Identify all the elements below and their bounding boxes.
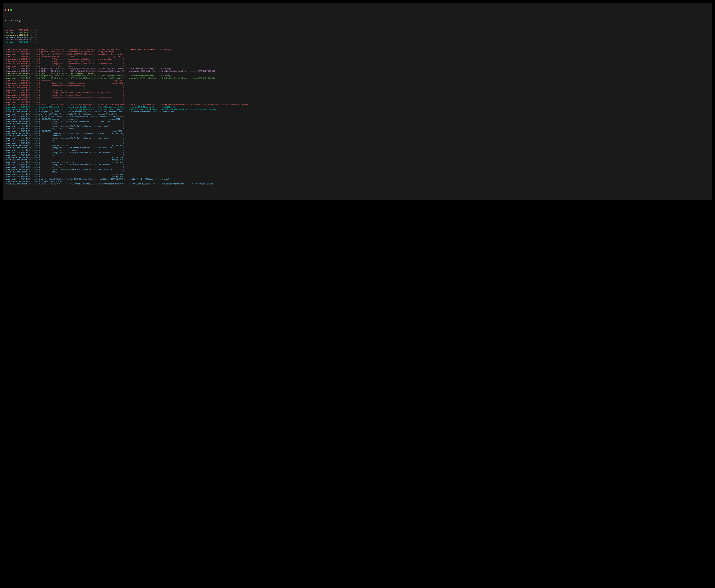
pod-name: shot-wayl-one-5f69fbc7bf-654qsB: [5, 34, 710, 36]
log-line: [Bshot-wayl-one-5f69fbc7bf-86mg5]B app.p…: [5, 159, 710, 161]
log-line: [Bshot-wayl-one-5f69fbc7bf-86mg5]B '/tmp…: [5, 168, 710, 171]
log-line: [Bshot-wayl-one-5f69fbc7bf-gd67b]B faile…: [5, 53, 710, 56]
log-line: [Bshot-wayl-one-5f69fbc7bf-gd67b]B Error…: [5, 82, 710, 84]
pod-name: shot-wayl-one-5f69fbc7bf-7nnpzB: [5, 41, 710, 43]
log-line: [Bshot-wayl-one-5f69fbc7bf-klqvd]B heigh…: [5, 75, 710, 77]
log-line: [Bshot-wayl-one-5f69fbc7bf-65bdl]B INFO:…: [5, 70, 710, 72]
log-line: [Bshot-wayl-one-5f69fbc7bf-gd67b]B '/tmp…: [5, 63, 710, 65]
log-line: [Bshot-wayl-one-5f69fbc7bf-gd67b]B == B: [5, 99, 710, 101]
log-line: [Bshot-wayl-one-5f69fbc7bf-gd67b]B B: [5, 101, 710, 104]
log-line: [Bshot-wayl-one-5f69fbc7bf-gd67b]B [00:5…: [5, 56, 710, 58]
window-controls: [5, 9, 710, 11]
log-line: [Bshot-wayl-one-5f69fbc7bf-gd67b]B 'http…: [5, 58, 710, 60]
log-line: [Bshot-wayl-one-5f69fbc7bf-86mg5]B Scree…: [5, 132, 710, 135]
log-line: [Bshot-wayl-one-5f69fbc7bf-86mg5]B '1200…: [5, 123, 710, 125]
log-line: [Bshot-wayl-one-5f69fbc7bf-86mg5]B [00:5…: [5, 130, 710, 132]
header-line: Will tail 6 logs...: [5, 19, 710, 22]
log-line: [Bshot-wayl-one-5f69fbc7bf-86mg5]B strea…: [5, 180, 710, 183]
log-line: [Bshot-wayl-one-5f69fbc7bf-86mg5]B putti…: [5, 178, 710, 181]
log-line: [Bshot-wayl-one-5f69fbc7bf-86mg5]B ng', …: [5, 149, 710, 152]
log-line: [Bshot-wayl-one-5f69fbc7bf-86mg5]B '/tmp…: [5, 125, 710, 128]
log-line: [Bshot-wayl-one-5f69fbc7bf-86mg5]B '/tmp…: [5, 147, 710, 149]
log-line: [Bshot-wayl-one-5f69fbc7bf-86mg5]B B: [5, 142, 710, 144]
log-line: [Bshot-wayl-one-5f69fbc7bf-86mg5]B '/tmp…: [5, 137, 710, 140]
log-line: [Bshot-wayl-one-5f69fbc7bf-86mg5]B runni…: [5, 144, 710, 147]
log-line: [Bshot-wayl-one-5f69fbc7bf-gd67b]B r.asp…: [5, 94, 710, 97]
log-line: [Bshot-wayl-one-5f69fbc7bf-gd67b]B getti…: [5, 50, 710, 53]
log-line: [Bshot-wayl-one-5f69fbc7bf-86mg5]B ng', …: [5, 166, 710, 168]
close-icon[interactable]: [5, 9, 6, 11]
log-line: [Bshot-wayl-one-5f69fbc7bf-gd67b]B "http…: [5, 91, 710, 94]
log-line: [Bshot-wayl-one-5f69fbc7bf-86mg5]B 'http…: [5, 120, 710, 123]
minimize-icon[interactable]: [7, 9, 9, 11]
log-line: [Bshot-wayl-one-5f69fbc7bf-86mg5]B [00:5…: [5, 118, 710, 120]
log-line: [Bshot-wayl-one-5f69fbc7bf-86mg5]B app.p…: [5, 175, 710, 178]
log-line: [Bshot-wayl-one-5f69fbc7bf-86mg5]B ng' B: [5, 140, 710, 142]
interrupt-line: ^C: [5, 192, 710, 195]
zoom-icon[interactable]: [10, 9, 12, 11]
log-line: [Bshot-wayl-one-5f69fbc7bf-7nnpz]B INFO:…: [5, 108, 710, 111]
pod-name: shot-wayl-one-5f69fbc7bf-86mg5B: [5, 36, 710, 39]
terminal-window[interactable]: Will tail 6 logs... shot-wayl-one-5f69fb…: [3, 3, 712, 200]
log-line: [Bshot-wayl-one-5f69fbc7bf-86mg5]B getti…: [5, 113, 710, 115]
log-line: [Bshot-wayl-one-5f69fbc7bf-65bdl]B heigh…: [5, 67, 710, 70]
pod-name: shot-wayl-one-5f69fbc7bf-65bdlB: [5, 39, 710, 41]
pod-name: shot-wayl-one-5f69fbc7bf-gd67bB: [5, 29, 710, 31]
log-line: [Bshot-wayl-one-5f69fbc7bf-86mg5]B app.p…: [5, 173, 710, 175]
log-line: [Bshot-wayl-one-5f69fbc7bf-86mg5]B ebp']…: [5, 171, 710, 173]
log-line: [Bshot-wayl-one-5f69fbc7bf-86mg5]B ng', …: [5, 128, 710, 130]
log-line: [Bshot-wayl-one-5f69fbc7bf-86mg5]B INFO:…: [5, 183, 710, 185]
log-line: [Bshot-wayl-one-5f69fbc7bf-gd67b]B ', '-…: [5, 65, 710, 67]
log-line: [Bshot-wayl-one-5f69fbc7bf-86mg5]B ng'] …: [5, 154, 710, 156]
log-line: [Bshot-wayl-one-5f69fbc7bf-86mg5]B runni…: [5, 161, 710, 164]
log-line: [Bshot-wayl-one-5f69fbc7bf-86mg5]B writt…: [5, 135, 710, 137]
log-line: [Bshot-wayl-one-5f69fbc7bf-7nnpz]B heigh…: [5, 106, 710, 108]
pod-list: shot-wayl-one-5f69fbc7bf-gd67bBshot-wayl…: [5, 29, 710, 43]
log-line: [Bshot-wayl-one-5f69fbc7bf-gd67b]B navig…: [5, 89, 710, 91]
log-line: [Bshot-wayl-one-5f69fbc7bf-86mg5]B faile…: [5, 115, 710, 118]
log-line: [Bshot-wayl-one-5f69fbc7bf-86mg5]B '/tmp…: [5, 164, 710, 166]
log-line: [Bshot-wayl-one-5f69fbc7bf-86mg5]B app.p…: [5, 156, 710, 159]
log-line: [Bshot-wayl-one-5f69fbc7bf-gd67b]B r.asp…: [5, 60, 710, 63]
log-line: [Bshot-wayl-one-5f69fbc7bf-klqvd]B INFO:…: [5, 77, 710, 80]
log-line: [Bshot-wayl-one-5f69fbc7bf-654qs]B INFO:…: [5, 72, 710, 75]
log-line: [Bshot-wayl-one-5f69fbc7bf-gd67b]B =====…: [5, 87, 710, 89]
log-line: [Bshot-wayl-one-5f69fbc7bf-gd67b]B INFO:…: [5, 104, 710, 106]
log-line: [Bshot-wayl-one-5f69fbc7bf-gd67b]B [00:5…: [5, 80, 710, 82]
log-line: [Bshot-wayl-one-5f69fbc7bf-gd67b]B =====…: [5, 96, 710, 99]
log-line: [Bshot-wayl-one-5f69fbc7bf-gd67b]B heigh…: [5, 48, 710, 51]
log-line: [Bshot-wayl-one-5f69fbc7bf-86mg5]B heigh…: [5, 111, 710, 113]
log-line: [Bshot-wayl-one-5f69fbc7bf-86mg5]B '/tmp…: [5, 152, 710, 154]
log-output: [Bshot-wayl-one-5f69fbc7bf-gd67b]B heigh…: [5, 48, 710, 185]
log-line: [Bshot-wayl-one-5f69fbc7bf-gd67b]B =====…: [5, 84, 710, 87]
pod-name: shot-wayl-one-5f69fbc7bf-klqvdB: [5, 31, 710, 34]
